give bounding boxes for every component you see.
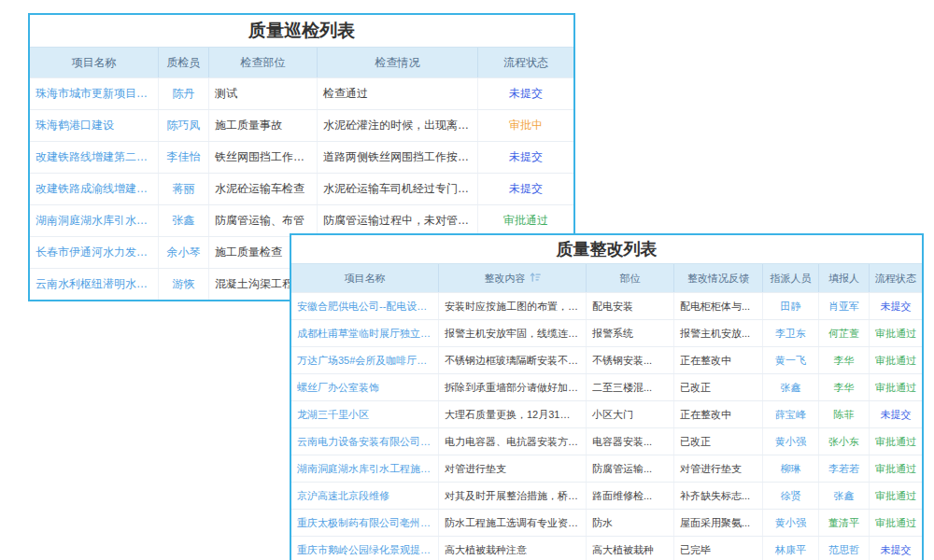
inspection-situation-cell: 水泥砼运输车司机经过专门培训... (318, 174, 478, 204)
inspection-situation-cell: 检查通过 (318, 78, 478, 109)
reporter-name-link[interactable]: 张小东 (819, 428, 870, 455)
project-name-link[interactable]: 万达广场35#会所及咖啡厅空... (291, 347, 439, 373)
reporter-name-link[interactable]: 范思哲 (819, 537, 870, 560)
table-row: 重庆市鹅岭公园绿化景观提升... 高大植被栽种注意 高大植被栽种 已完毕 林康平… (291, 536, 922, 560)
project-name-link[interactable]: 云南水利枢纽潜明水库... (30, 269, 159, 300)
project-name-link[interactable]: 改建铁路成渝线增建第... (30, 174, 159, 204)
assignee-name-link[interactable]: 张鑫 (763, 374, 819, 400)
reporter-name-link[interactable]: 何芷萱 (819, 320, 870, 346)
inspection-table-header: 项目名称 质检员 检查部位 检查情况 流程状态 (30, 48, 573, 77)
assignee-name-link[interactable]: 柳琳 (763, 455, 819, 482)
reporter-name-link[interactable]: 董清平 (819, 510, 870, 536)
page: 质量巡检列表 项目名称 质检员 检查部位 检查情况 流程状态 珠海市城市更新项目… (0, 0, 934, 560)
workflow-status-badge: 未提交 (478, 142, 573, 173)
assignee-name-link[interactable]: 黄小强 (763, 510, 819, 536)
part-cell: 高大植被栽种 (587, 537, 674, 560)
inspected-part-cell: 防腐管运输、布管 (209, 205, 318, 236)
reporter-name-link[interactable]: 李华 (819, 374, 870, 400)
inspection-situation-cell: 防腐管运输过程中，未对管进行... (318, 205, 478, 236)
project-name-link[interactable]: 湖南洞庭湖水库引水工... (30, 205, 159, 236)
project-name-link[interactable]: 珠海鹤港口建设 (30, 110, 159, 141)
inspection-situation-cell: 水泥砼灌注的时候，出现离析现象 (318, 110, 478, 141)
column-header-workflow-status: 流程状态 (870, 264, 922, 292)
project-name-link[interactable]: 珠海市城市更新项目紫... (30, 78, 159, 109)
rectify-content-cell: 高大植被栽种注意 (439, 537, 587, 560)
assignee-name-link[interactable]: 薛宝峰 (763, 401, 819, 427)
workflow-status-badge: 未提交 (478, 78, 573, 109)
assignee-name-link[interactable]: 黄一飞 (763, 347, 819, 373)
inspection-table-title: 质量巡检列表 (30, 15, 573, 48)
project-name-link[interactable]: 龙湖三千里小区 (291, 401, 439, 427)
assignee-name-link[interactable]: 黄小强 (763, 428, 819, 455)
column-header-part: 部位 (587, 264, 674, 292)
sort-icon[interactable] (530, 272, 541, 285)
rectification-table-title: 质量整改列表 (291, 235, 922, 264)
project-name-link[interactable]: 湖南洞庭湖水库引水工程施工I标 (291, 455, 439, 482)
inspector-name-link[interactable]: 张鑫 (159, 205, 209, 236)
inspector-name-link[interactable]: 游恢 (159, 269, 209, 300)
assignee-name-link[interactable]: 徐贤 (763, 483, 819, 509)
reporter-name-link[interactable]: 张鑫 (819, 483, 870, 509)
table-row: 龙湖三千里小区 大理石质量更换，12月31日之... 小区大门 正在整改中 薛宝… (291, 400, 922, 427)
reporter-name-link[interactable]: 李若若 (819, 455, 870, 482)
column-header-assignee: 指派人员 (763, 264, 819, 292)
inspector-name-link[interactable]: 蒋丽 (159, 174, 209, 204)
inspector-name-link[interactable]: 陈丹 (159, 78, 209, 109)
inspection-situation-cell: 道路两侧铁丝网围挡工作按设计... (318, 142, 478, 173)
reporter-name-link[interactable]: 陈菲 (819, 401, 870, 427)
part-cell: 防水 (587, 510, 674, 536)
table-row: 云南电力设备安装有限公司20... 电力电容器、电抗器安装方案,... 电容器安… (291, 427, 922, 455)
project-name-link[interactable]: 螺丝厂办公室装饰 (291, 374, 439, 400)
project-name-link[interactable]: 改建铁路线增建第二线... (30, 142, 159, 173)
column-header-project-name: 项目名称 (30, 48, 159, 77)
column-header-rectify-content[interactable]: 整改内容 (439, 264, 587, 292)
workflow-status-badge: 审批通过 (478, 205, 573, 236)
workflow-status-badge: 审批通过 (870, 510, 922, 536)
column-header-project-name: 项目名称 (291, 264, 439, 292)
workflow-status-badge: 审批通过 (870, 347, 922, 373)
part-cell: 二至三楼混... (587, 374, 674, 400)
inspector-name-link[interactable]: 陈巧凤 (159, 110, 209, 141)
rectify-feedback-cell: 对管进行垫支 (674, 455, 763, 482)
project-name-link[interactable]: 重庆太极制药有限公司亳州中... (291, 510, 439, 536)
part-cell: 配电安装 (587, 293, 674, 319)
rectify-content-cell: 对其及时开展整治措施，桥头... (439, 483, 587, 509)
project-name-link[interactable]: 云南电力设备安装有限公司20... (291, 428, 439, 455)
column-header-workflow-status: 流程状态 (478, 48, 573, 77)
inspector-name-link[interactable]: 李佳怡 (159, 142, 209, 173)
assignee-name-link[interactable]: 李卫东 (763, 320, 819, 346)
column-header-rectify-feedback: 整改情况反馈 (674, 264, 763, 292)
project-name-link[interactable]: 成都杜甫草堂临时展厅独立展... (291, 320, 439, 346)
column-header-inspector: 质检员 (159, 48, 209, 77)
part-cell: 路面维修检... (587, 483, 674, 509)
project-name-link[interactable]: 重庆市鹅岭公园绿化景观提升... (291, 537, 439, 560)
rectify-content-cell: 拆除到承重墙部分请做好加固... (439, 374, 587, 400)
workflow-status-badge: 审批中 (478, 110, 573, 141)
rectify-feedback-cell: 报警主机安放... (674, 320, 763, 346)
assignee-name-link[interactable]: 林康平 (763, 537, 819, 560)
rectify-content-cell: 大理石质量更换，12月31日之... (439, 401, 587, 427)
part-cell: 报警系统 (587, 320, 674, 346)
reporter-name-link[interactable]: 肖亚军 (819, 293, 870, 319)
table-row: 湖南洞庭湖水库引水工... 张鑫 防腐管运输、布管 防腐管运输过程中，未对管进行… (30, 204, 573, 236)
assignee-name-link[interactable]: 田静 (763, 293, 819, 319)
rectify-content-cell: 安装时应按施工图的布置，将... (439, 293, 587, 319)
workflow-status-badge: 审批通过 (870, 455, 922, 482)
table-row: 改建铁路成渝线增建第... 蒋丽 水泥砼运输车检查 水泥砼运输车司机经过专门培训… (30, 173, 573, 204)
table-row: 改建铁路线增建第二线... 李佳怡 铁丝网围挡工作检查 道路两侧铁丝网围挡工作按… (30, 141, 573, 173)
rectify-feedback-cell: 屋面采用聚氨... (674, 510, 763, 536)
table-row: 万达广场35#会所及咖啡厅空... 不锈钢边框玻璃隔断安装不牢... 不锈钢安装… (291, 346, 922, 373)
part-cell: 小区大门 (587, 401, 674, 427)
project-name-link[interactable]: 长春市伊通河水力发电... (30, 237, 159, 268)
reporter-name-link[interactable]: 李华 (819, 347, 870, 373)
part-cell: 防腐管运输... (587, 455, 674, 482)
workflow-status-badge: 未提交 (870, 537, 922, 560)
workflow-status-badge: 未提交 (870, 293, 922, 319)
inspector-name-link[interactable]: 余小琴 (159, 237, 209, 268)
project-name-link[interactable]: 京沪高速北京段维修 (291, 483, 439, 509)
inspected-part-cell: 铁丝网围挡工作检查 (209, 142, 318, 173)
column-header-inspection-situation: 检查情况 (318, 48, 478, 77)
project-name-link[interactable]: 安徽合肥供电公司--配电设备... (291, 293, 439, 319)
table-row: 螺丝厂办公室装饰 拆除到承重墙部分请做好加固... 二至三楼混... 已改正 张… (291, 373, 922, 400)
column-header-rectify-content-label: 整改内容 (485, 272, 526, 286)
